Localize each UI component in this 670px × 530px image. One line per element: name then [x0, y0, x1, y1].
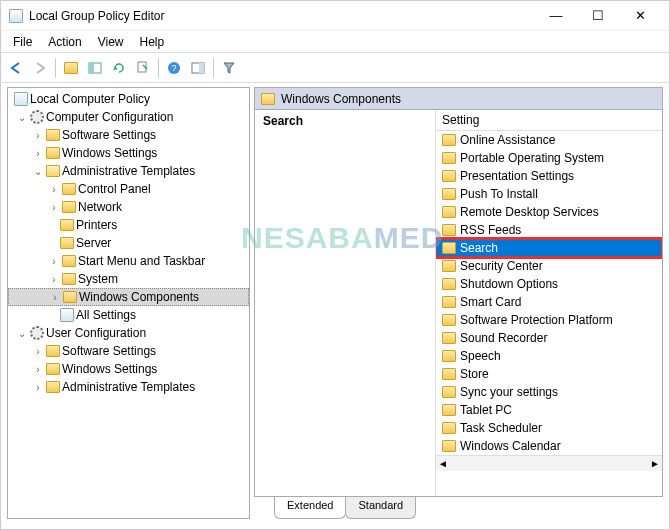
setting-label: Security Center — [460, 259, 543, 273]
setting-item[interactable]: Speech — [436, 347, 662, 365]
setting-item[interactable]: Search — [436, 239, 662, 257]
folder-icon — [442, 170, 456, 182]
tree-uc-software[interactable]: › Software Settings — [8, 342, 249, 360]
filter-button[interactable] — [218, 57, 240, 79]
tree-cc-windows[interactable]: › Windows Settings — [8, 144, 249, 162]
tree-computer-config[interactable]: ⌄ Computer Configuration — [8, 108, 249, 126]
minimize-button[interactable]: — — [535, 2, 577, 30]
refresh-button[interactable] — [108, 57, 130, 79]
folder-icon — [442, 440, 456, 452]
tree-user-config[interactable]: ⌄ User Configuration — [8, 324, 249, 342]
settings-list[interactable]: Setting Online AssistancePortable Operat… — [435, 110, 662, 496]
show-hide-tree-button[interactable] — [84, 57, 106, 79]
setting-label: Software Protection Platform — [460, 313, 613, 327]
setting-label: Online Assistance — [460, 133, 555, 147]
horizontal-scrollbar[interactable]: ◄ ► — [436, 455, 662, 471]
tree-label: User Configuration — [46, 326, 146, 340]
setting-item[interactable]: Tablet PC — [436, 401, 662, 419]
setting-item[interactable]: Remote Desktop Services — [436, 203, 662, 221]
tree-cc-admin[interactable]: ⌄ Administrative Templates — [8, 162, 249, 180]
setting-item[interactable]: Task Scheduler — [436, 419, 662, 437]
setting-label: Tablet PC — [460, 403, 512, 417]
tree-label: Control Panel — [78, 182, 151, 196]
close-button[interactable]: ✕ — [619, 2, 661, 30]
folder-icon — [442, 260, 456, 272]
tree-cc-software[interactable]: › Software Settings — [8, 126, 249, 144]
menu-file[interactable]: File — [5, 33, 40, 51]
tabs: Extended Standard — [254, 497, 663, 519]
chevron-down-icon[interactable]: ⌄ — [16, 111, 28, 123]
chevron-right-icon[interactable]: › — [32, 363, 44, 375]
setting-label: Task Scheduler — [460, 421, 542, 435]
tree-server[interactable]: Server — [8, 234, 249, 252]
chevron-down-icon[interactable]: ⌄ — [32, 165, 44, 177]
chevron-right-icon[interactable]: › — [48, 201, 60, 213]
folder-icon — [442, 404, 456, 416]
setting-item[interactable]: Presentation Settings — [436, 167, 662, 185]
tab-standard[interactable]: Standard — [345, 497, 416, 519]
tree-control-panel[interactable]: › Control Panel — [8, 180, 249, 198]
tree-printers[interactable]: Printers — [8, 216, 249, 234]
setting-item[interactable]: RSS Feeds — [436, 221, 662, 239]
export-button[interactable] — [132, 57, 154, 79]
scroll-right-icon[interactable]: ► — [650, 458, 660, 469]
tree-network[interactable]: › Network — [8, 198, 249, 216]
setting-label: Sync your settings — [460, 385, 558, 399]
settings-column-header[interactable]: Setting — [436, 110, 662, 131]
setting-item[interactable]: Online Assistance — [436, 131, 662, 149]
menu-action[interactable]: Action — [40, 33, 89, 51]
chevron-down-icon[interactable]: ⌄ — [16, 327, 28, 339]
tree-system[interactable]: › System — [8, 270, 249, 288]
folder-icon — [442, 332, 456, 344]
chevron-right-icon[interactable]: › — [48, 273, 60, 285]
folder-icon — [442, 206, 456, 218]
tree-pane[interactable]: Local Computer Policy ⌄ Computer Configu… — [7, 87, 250, 519]
tree-startmenu[interactable]: › Start Menu and Taskbar — [8, 252, 249, 270]
setting-item[interactable]: Windows Calendar — [436, 437, 662, 455]
setting-item[interactable]: Smart Card — [436, 293, 662, 311]
main-split: Local Computer Policy ⌄ Computer Configu… — [1, 83, 669, 523]
tree-label: Windows Components — [79, 290, 199, 304]
svg-rect-1 — [89, 63, 94, 73]
setting-item[interactable]: Sync your settings — [436, 383, 662, 401]
chevron-right-icon[interactable]: › — [48, 183, 60, 195]
setting-item[interactable]: Security Center — [436, 257, 662, 275]
menu-view[interactable]: View — [90, 33, 132, 51]
up-button[interactable] — [60, 57, 82, 79]
setting-item[interactable]: Software Protection Platform — [436, 311, 662, 329]
back-button[interactable] — [5, 57, 27, 79]
forward-button[interactable] — [29, 57, 51, 79]
scroll-left-icon[interactable]: ◄ — [438, 458, 448, 469]
folder-icon — [442, 314, 456, 326]
help-icon: ? — [166, 60, 182, 76]
show-hide-action-button[interactable] — [187, 57, 209, 79]
chevron-right-icon[interactable]: › — [32, 129, 44, 141]
menu-help[interactable]: Help — [132, 33, 173, 51]
setting-item[interactable]: Sound Recorder — [436, 329, 662, 347]
content-row: Search Setting Online AssistancePortable… — [255, 110, 662, 496]
chevron-right-icon[interactable]: › — [49, 291, 61, 303]
tab-extended[interactable]: Extended — [274, 497, 346, 519]
setting-label: RSS Feeds — [460, 223, 521, 237]
tree-uc-admin[interactable]: › Administrative Templates — [8, 378, 249, 396]
tree-all-settings[interactable]: All Settings — [8, 306, 249, 324]
setting-label: Store — [460, 367, 489, 381]
setting-item[interactable]: Push To Install — [436, 185, 662, 203]
chevron-right-icon[interactable]: › — [48, 255, 60, 267]
chevron-right-icon[interactable]: › — [32, 381, 44, 393]
folder-icon — [46, 129, 60, 141]
setting-item[interactable]: Shutdown Options — [436, 275, 662, 293]
arrow-right-icon — [32, 60, 48, 76]
folder-icon — [62, 273, 76, 285]
window-title: Local Group Policy Editor — [29, 9, 164, 23]
tree-root[interactable]: Local Computer Policy — [8, 90, 249, 108]
settings-icon — [60, 308, 74, 322]
maximize-button[interactable]: ☐ — [577, 2, 619, 30]
chevron-right-icon[interactable]: › — [32, 345, 44, 357]
setting-item[interactable]: Store — [436, 365, 662, 383]
help-button[interactable]: ? — [163, 57, 185, 79]
tree-windows-components[interactable]: › Windows Components — [8, 288, 249, 306]
setting-item[interactable]: Portable Operating System — [436, 149, 662, 167]
chevron-right-icon[interactable]: › — [32, 147, 44, 159]
tree-uc-windows[interactable]: › Windows Settings — [8, 360, 249, 378]
